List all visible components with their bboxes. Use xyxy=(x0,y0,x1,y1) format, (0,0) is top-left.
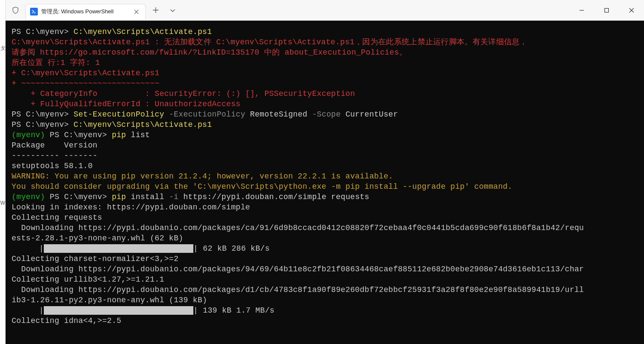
param-value: CurrentUser xyxy=(345,110,398,119)
error-line: + FullyQualifiedErrorId : UnauthorizedAc… xyxy=(12,99,638,109)
new-tab-button[interactable] xyxy=(148,3,163,18)
warning-line: WARNING: You are using pip version 21.2.… xyxy=(12,171,638,181)
progress-bar xyxy=(44,244,193,253)
close-button[interactable] xyxy=(619,0,644,21)
tab-dropdown-button[interactable] xyxy=(165,3,180,18)
error-line: 请参阅 https://go.microsoft.com/fwlink/?Lin… xyxy=(12,47,638,58)
error-line: + CategoryInfo : SecurityError: (:) [], … xyxy=(12,89,638,99)
output-line: Collecting urllib3<1.27,>=1.21.1 xyxy=(12,274,638,285)
left-gutter: 攵 W xyxy=(0,0,6,344)
output-line: Collecting requests xyxy=(12,212,638,223)
prompt: PS C:\myenv> xyxy=(50,131,112,139)
shield-icon xyxy=(6,0,25,21)
tab-title: 管理员: Windows PowerShell xyxy=(41,8,128,15)
param: -Scope xyxy=(312,110,345,119)
output-line: Collecting idna<4,>=2.5 xyxy=(12,316,638,326)
arg: https://pypi.douban.com/simple requests xyxy=(183,193,369,201)
output-line: Downloading https://pypi.doubanio.com/pa… xyxy=(12,285,638,295)
error-line: 所在位置 行:1 字符: 1 xyxy=(12,58,638,68)
output-line: Looking in indexes: https://pypi.douban.… xyxy=(12,202,638,212)
arg: install xyxy=(131,193,169,201)
prompt: PS C:\myenv> xyxy=(12,110,73,119)
progress-info: 62 kB 286 kB/s xyxy=(198,243,270,254)
progress-bar xyxy=(44,306,193,315)
gutter-char-2: W xyxy=(0,198,6,208)
warning-line: You should consider upgrading via the 'C… xyxy=(12,181,638,192)
terminal-window: 管理员: Windows PowerShell PS C:\myenv> C:\… xyxy=(6,0,644,344)
window-controls xyxy=(569,0,644,21)
prompt: PS C:\myenv> xyxy=(12,120,73,129)
output-line: Downloading https://pypi.doubanio.com/pa… xyxy=(12,264,638,274)
output-line: Collecting charset-normalizer<3,>=2 xyxy=(12,254,638,264)
command: Set-ExecutionPolicy xyxy=(73,110,169,119)
powershell-icon xyxy=(30,8,38,15)
output-line: ests-2.28.1-py3-none-any.whl (62 kB) xyxy=(12,233,638,243)
command: pip xyxy=(112,131,131,139)
command: pip xyxy=(112,193,131,201)
output-line: Downloading https://pypi.doubanio.com/pa… xyxy=(12,223,638,233)
tab-close-button[interactable] xyxy=(131,7,141,16)
terminal-body[interactable]: PS C:\myenv> C:\myenv\Scripts\Activate.p… xyxy=(6,21,644,344)
error-line: C:\myenv\Scripts\Activate.ps1 : 无法加载文件 C… xyxy=(12,37,638,47)
progress-row: || 139 kB 1.7 MB/s xyxy=(12,305,638,316)
param: -ExecutionPolicy xyxy=(169,110,250,119)
output-line: ib3-1.26.11-py2.py3-none-any.whl (139 kB… xyxy=(12,295,638,305)
svg-rect-0 xyxy=(605,8,609,12)
error-line: + C:\myenv\Scripts\Activate.ps1 xyxy=(12,68,638,78)
minimize-button[interactable] xyxy=(569,0,594,21)
output-line: ---------- ------- xyxy=(12,150,638,161)
venv-prefix: (myenv) xyxy=(12,193,50,201)
progress-row: || 62 kB 286 kB/s xyxy=(12,243,638,254)
flag: -i xyxy=(169,193,183,201)
arg: list xyxy=(131,131,150,139)
maximize-button[interactable] xyxy=(594,0,619,21)
output-line: setuptools 58.1.0 xyxy=(12,161,638,171)
titlebar: 管理员: Windows PowerShell xyxy=(6,0,644,21)
progress-info: 139 kB 1.7 MB/s xyxy=(198,305,275,316)
prompt: PS C:\myenv> xyxy=(50,193,112,201)
tab-active[interactable]: 管理员: Windows PowerShell xyxy=(25,4,146,19)
output-line: Package Version xyxy=(12,140,638,150)
prompt: PS C:\myenv> xyxy=(12,28,73,36)
command: C:\myenv\Scripts\Activate.ps1 xyxy=(73,28,212,36)
param-value: RemoteSigned xyxy=(250,110,312,119)
venv-prefix: (myenv) xyxy=(12,131,50,139)
command: C:\myenv\Scripts\Activate.ps1 xyxy=(73,120,212,129)
error-line: + ~~~~~~~~~~~~~~~~~~~~~~~~~~~~~ xyxy=(12,78,638,89)
gutter-char-1: 攵 xyxy=(0,43,6,53)
